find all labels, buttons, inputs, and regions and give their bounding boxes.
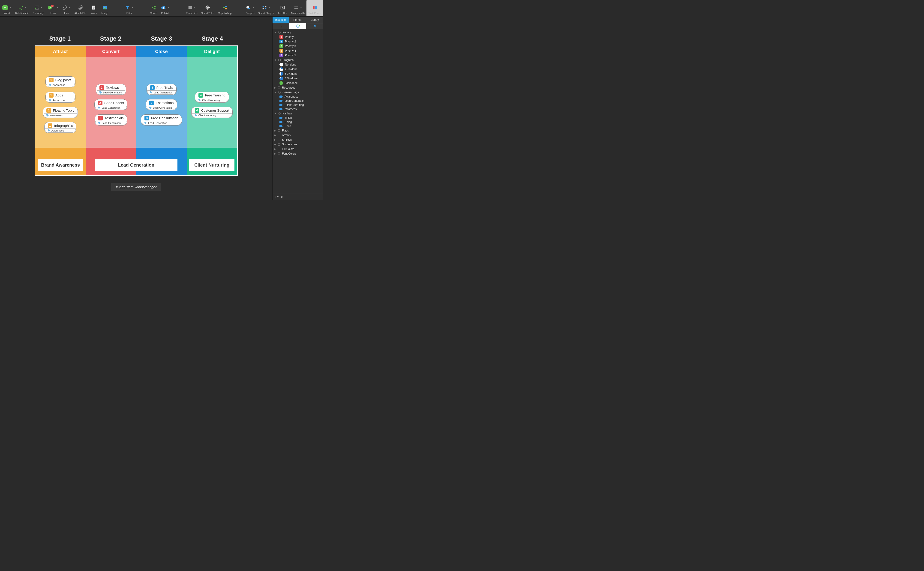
image-caption: Image from: MindManager	[111, 183, 161, 191]
tab-inspector[interactable]: Inspector	[272, 17, 289, 23]
marker-item[interactable]: 5Priority 5	[272, 53, 323, 58]
topic-card[interactable]: 3Free TrialsLead Generation	[147, 84, 176, 95]
match-width-button[interactable]: ▼ Match width	[289, 0, 306, 16]
attach-file-button[interactable]: Attach File	[73, 0, 88, 16]
svg-point-43	[278, 153, 280, 155]
group-header[interactable]: ▶Smileys	[272, 137, 323, 142]
group-header[interactable]: ▼General Tags	[272, 90, 323, 94]
smartrules-button[interactable]: SmartRules	[199, 0, 216, 16]
marker-item[interactable]: ✓Task done	[272, 81, 323, 85]
topic-card[interactable]: 3EstimationsLead Generation	[146, 99, 177, 110]
column-convert[interactable]: Convert 2ReviewsLead Generation2Spec She…	[86, 46, 136, 175]
filter-button[interactable]: ▼ Filter	[123, 0, 136, 16]
group-name: Priority	[283, 31, 291, 34]
svg-rect-19	[265, 8, 266, 9]
share-button[interactable]: Share	[148, 0, 159, 16]
stage-labels: Stage 1 Stage 2 Stage 3 Stage 4	[35, 35, 238, 42]
marker-tree[interactable]: ▼Priority1Priority 12Priority 23Priority…	[272, 29, 323, 194]
footer-client-nurturing[interactable]: Client Nurturing	[189, 159, 235, 171]
topic-card[interactable]: 1InfographicsAwareness	[44, 122, 77, 133]
task-panes-button[interactable]: Task Panes	[306, 0, 323, 16]
tab-library[interactable]: Library	[306, 17, 323, 23]
marker-item[interactable]: 1Priority 1	[272, 35, 323, 39]
group-header[interactable]: ▶Font Colors	[272, 151, 323, 156]
tag-label: Lead Generation	[153, 106, 172, 109]
footer-lead-generation[interactable]: Lead Generation	[95, 159, 178, 171]
topic-card[interactable]: 2TestimonialsLead Generation	[94, 114, 127, 125]
subtab-clock-icon[interactable]	[289, 23, 306, 29]
priority-badge: 2	[98, 100, 102, 105]
publish-button[interactable]: ▼ Publish	[159, 0, 172, 16]
priority-badge: 1	[48, 123, 53, 128]
image-button[interactable]: Image	[99, 0, 110, 16]
marker-item[interactable]: 4Priority 4	[272, 48, 323, 53]
group-header[interactable]: ▼Kanban	[272, 111, 323, 116]
topic-card[interactable]: 1Floating TopicAwareness	[43, 107, 77, 118]
svg-point-3	[104, 7, 105, 8]
tag-label: Awareness	[53, 83, 65, 86]
tag-icon	[280, 121, 283, 123]
marker-item[interactable]: 2Priority 2	[272, 39, 323, 44]
canvas[interactable]: Stage 1 Stage 2 Stage 3 Stage 4 Attract …	[0, 17, 272, 200]
marker-item[interactable]: Client Nurturing	[272, 103, 323, 107]
column-close[interactable]: Close 3Free TrialsLead Generation3Estima…	[136, 46, 187, 175]
tab-format[interactable]: Format	[289, 17, 306, 23]
boundary-button[interactable]: ▼ Boundary	[31, 0, 45, 16]
shapes-button[interactable]: ▼ Shapes	[244, 0, 256, 16]
link-button[interactable]: ▼ Link	[60, 0, 73, 16]
marker-item[interactable]: 75% done	[272, 76, 323, 81]
subtab-list-icon[interactable]	[272, 23, 289, 29]
smart-shapes-button[interactable]: ▼ Smart Shapes	[256, 0, 276, 16]
toolbar: ▼ Insert ▼ Relationship ▼ Boundary 1▼ Ic…	[0, 0, 323, 17]
marker-item[interactable]: 3Priority 3	[272, 44, 323, 48]
tag-label: Lead Generation	[103, 91, 122, 94]
settings-icon[interactable]: ✽	[280, 195, 283, 199]
marker-item[interactable]: 25% done	[272, 67, 323, 71]
footer-brand-awareness[interactable]: Brand Awareness	[38, 159, 83, 171]
tag-icon	[280, 108, 283, 110]
subtab-link-icon[interactable]	[306, 23, 323, 29]
group-header[interactable]: ▶Flags	[272, 128, 323, 133]
topic-card[interactable]: 4Free TrainingClient Nurturing	[195, 92, 229, 103]
marker-item[interactable]: Doing	[272, 120, 323, 124]
column-delight[interactable]: Delight 4Free TrainingClient Nurturing4C…	[187, 46, 237, 175]
group-header[interactable]: ▶Resources	[272, 85, 323, 90]
icons-button[interactable]: 1▼ Icons	[45, 0, 60, 16]
svg-rect-15	[248, 8, 250, 9]
topic-card[interactable]: 3Free ConsultationLead Generation	[141, 114, 182, 125]
topic-card[interactable]: 2ReviewsLead Generation	[96, 84, 126, 95]
relationship-button[interactable]: ▼ Relationship	[13, 0, 31, 16]
tag-pill: Awareness	[43, 113, 77, 117]
svg-rect-17	[265, 6, 266, 8]
topic-card[interactable]: 4Customer SupportClient Nurturing	[191, 107, 233, 118]
marker-item[interactable]: To Do	[272, 116, 323, 120]
add-marker-button[interactable]: ＋▾	[274, 195, 278, 199]
tag-pill: Lead Generation	[97, 90, 125, 94]
marker-item[interactable]: Lead Generation	[272, 99, 323, 103]
svg-point-38	[278, 130, 280, 132]
tag-icon	[280, 104, 283, 106]
marker-item[interactable]: Done	[272, 124, 323, 128]
marker-item[interactable]: 50% done	[272, 71, 323, 76]
group-header[interactable]: ▶Fill Colors	[272, 147, 323, 151]
topic-card[interactable]: 1AddsAwareness	[45, 92, 76, 103]
topic-card[interactable]: 1Blog postsAwareness	[45, 76, 76, 88]
insert-button[interactable]: ▼ Insert	[0, 0, 13, 16]
marker-item[interactable]: Awareness	[272, 94, 323, 99]
notes-button[interactable]: Notes	[88, 0, 99, 16]
map-rollup-button[interactable]: Map Roll-up	[216, 0, 233, 16]
properties-button[interactable]: ▼ Properties	[184, 0, 199, 16]
svg-rect-12	[225, 6, 227, 7]
group-header[interactable]: ▶Arrows	[272, 133, 323, 137]
group-header[interactable]: ▼Priority	[272, 30, 323, 35]
marker-item[interactable]: Not done	[272, 62, 323, 67]
group-header[interactable]: ▶Single Icons	[272, 142, 323, 147]
marker-item[interactable]: Awarness	[272, 107, 323, 111]
marker-label: To Do	[284, 116, 292, 119]
text-box-button[interactable]: A Text Box	[276, 0, 289, 16]
group-header[interactable]: ▼Progress	[272, 58, 323, 62]
card-title: Free Consultation	[151, 116, 178, 120]
column-attract[interactable]: Attract 1Blog postsAwareness1AddsAwarene…	[35, 46, 86, 175]
stage-label-4: Stage 4	[187, 35, 238, 42]
topic-card[interactable]: 2Spec SheetsLead Generation	[94, 99, 127, 110]
